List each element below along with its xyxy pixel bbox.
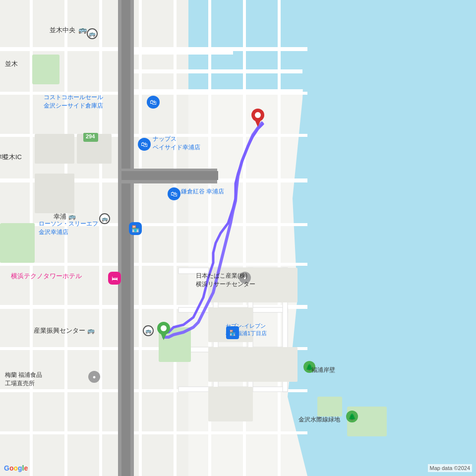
fukuura-icon[interactable]: 🌲 (303, 361, 315, 373)
lawson-icon[interactable]: 🏪 (129, 222, 142, 235)
napps-icon[interactable]: 🛍 (138, 138, 151, 151)
google-logo: Google (4, 464, 28, 472)
umiran-icon[interactable]: ● (88, 371, 100, 383)
map-data-notice: Map data ©2024 (428, 464, 473, 472)
techno-hotel-icon[interactable]: 🛏 (108, 272, 121, 285)
costco-icon[interactable]: 🛍 (147, 96, 160, 109)
destination-pin (251, 108, 265, 129)
sachiura-station-icon: 🚌 (99, 213, 110, 224)
kamakura-icon[interactable]: 🛍 (168, 187, 180, 200)
svg-marker-54 (160, 332, 167, 340)
start-pin (157, 321, 171, 342)
namiki-chuo-station-icon: 🚌 (87, 28, 98, 39)
svg-point-53 (161, 325, 167, 331)
svg-point-50 (255, 112, 261, 118)
sangyou-station-icon: 🚌 (143, 325, 154, 336)
road-badge-294: 294 (83, 133, 97, 140)
map-container[interactable]: 🚌 🚌 🚌 🛍 🛍 🛍 🏪 🛏 ● 🏪 ● 🌲 🌲 294 並木中央 🚌 並木 … (0, 0, 476, 476)
water-area-right (307, 0, 476, 476)
seven-store-icon[interactable]: 🏪 (226, 326, 239, 339)
kanazawa-park-icon[interactable]: 🌲 (346, 411, 358, 422)
svg-marker-51 (254, 119, 261, 127)
jt-icon[interactable]: ● (239, 272, 251, 284)
